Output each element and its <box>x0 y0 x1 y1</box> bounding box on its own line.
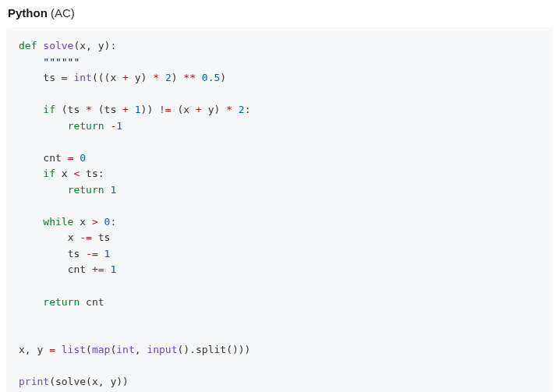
kw-while: while <box>43 216 73 228</box>
fn-print: print <box>19 376 49 387</box>
kw-return: return <box>68 184 104 196</box>
params: (x, y): <box>73 40 116 51</box>
fn-solve: solve <box>43 40 73 51</box>
status-label: (AC) <box>51 6 75 19</box>
docstring: """""" <box>43 56 80 68</box>
fn-map: map <box>92 344 110 355</box>
var-ts: ts <box>43 72 61 83</box>
vars-xy: x, y <box>19 344 49 355</box>
kw-if: if <box>43 168 55 179</box>
heading: Python (AC) <box>8 6 553 19</box>
fn-int: int <box>116 344 134 355</box>
op-assign: = <box>62 72 68 83</box>
var-cnt: cnt <box>43 152 67 164</box>
code-content: def solve(x, y): """""" ts = int(((x + y… <box>19 38 540 390</box>
fn-int: int <box>73 72 91 83</box>
kw-return: return <box>43 296 80 308</box>
kw-if: if <box>43 104 55 115</box>
kw-return: return <box>68 120 104 132</box>
kw-def: def <box>19 40 37 51</box>
fn-input: input <box>147 344 177 355</box>
fn-list: list <box>62 344 86 355</box>
code-block: def solve(x, y): """""" ts = int(((x + y… <box>6 27 553 392</box>
language-label: Python <box>8 6 48 19</box>
